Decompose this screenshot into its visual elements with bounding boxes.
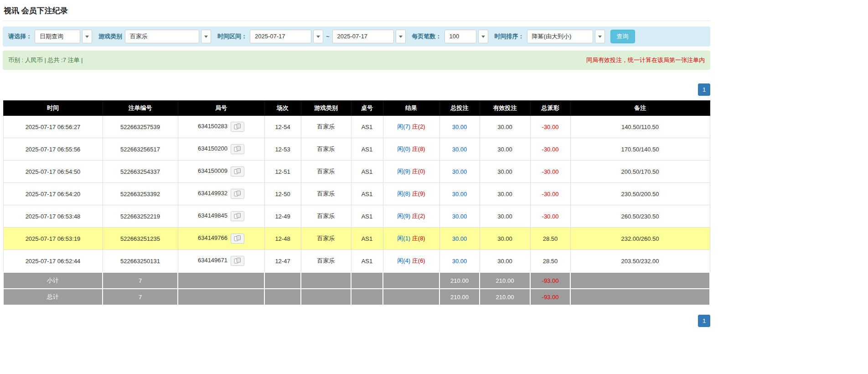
- table-row: 2025-07-17 06:56:27 522663257539 6341502…: [3, 116, 710, 138]
- cell-round-id: 634149932: [178, 183, 264, 205]
- total-bet-link[interactable]: 30.00: [452, 235, 467, 242]
- cell-bet-id: 522663251235: [103, 228, 178, 250]
- view-cards-button[interactable]: [231, 234, 244, 244]
- date-from-value[interactable]: 2025-07-17: [250, 30, 311, 43]
- chevron-down-icon[interactable]: [313, 30, 323, 43]
- total-bet-link[interactable]: 30.00: [452, 124, 467, 130]
- query-type-select[interactable]: 日期查询: [35, 30, 92, 43]
- result-player: 闲(7): [397, 123, 410, 130]
- table-row: 2025-07-17 06:53:19 522663251235 6341497…: [3, 228, 710, 250]
- time-sort-value[interactable]: 降冪(由大到小): [527, 30, 593, 43]
- total-total-bet: 210.00: [439, 289, 480, 305]
- page-1-button[interactable]: 1: [698, 315, 710, 327]
- chevron-down-icon[interactable]: [595, 30, 605, 43]
- cell-total-bet: 30.00: [439, 205, 480, 228]
- col-header-valid-bet: 有效投注: [480, 101, 530, 116]
- search-button[interactable]: 查询: [610, 30, 635, 43]
- view-cards-button[interactable]: [231, 211, 244, 221]
- cell-bet-id: 522663256517: [103, 138, 178, 161]
- date-from-select[interactable]: 2025-07-17: [250, 30, 323, 43]
- round-id-value: 634150009: [198, 167, 227, 174]
- result-banker: 庄(2): [412, 213, 425, 219]
- cell-total-bet: 30.00: [439, 183, 480, 205]
- valid-bet-notice: 同局有效投注，统一计算在该局第一张注单内: [586, 56, 705, 64]
- cell-game-type: 百家乐: [301, 250, 351, 273]
- cell-total-bet: 30.00: [439, 228, 480, 250]
- pagination-top: 1: [3, 83, 710, 96]
- table-header-row: 时间 注单编号 局号 场次 游戏类别 桌号 结果 总投注 有效投注 总派彩 备注: [3, 101, 710, 116]
- page-1-button[interactable]: 1: [698, 83, 710, 96]
- cell-table-no: AS1: [351, 116, 383, 138]
- time-sort-label: 时间排序：: [495, 32, 524, 41]
- view-cards-button[interactable]: [231, 144, 244, 154]
- cards-icon: [234, 168, 241, 174]
- table-row: 2025-07-17 06:52:44 522663250131 6341496…: [3, 250, 710, 273]
- round-id-value: 634149845: [198, 212, 227, 219]
- cell-remark: 232.00/260.50: [570, 228, 710, 250]
- game-type-select[interactable]: 百家乐: [125, 30, 211, 43]
- cell-result: 闲(4) 庄(6): [383, 250, 439, 273]
- table-body: 2025-07-17 06:56:27 522663257539 6341502…: [3, 116, 710, 273]
- time-sort-select[interactable]: 降冪(由大到小): [527, 30, 605, 43]
- col-header-table-no: 桌号: [351, 101, 383, 116]
- cards-icon: [234, 124, 241, 130]
- view-cards-button[interactable]: [231, 122, 244, 132]
- total-bet-link[interactable]: 30.00: [452, 213, 467, 220]
- view-cards-button[interactable]: [231, 166, 244, 177]
- cell-game-type: 百家乐: [301, 205, 351, 228]
- total-row: 总计 7 210.00 210.00 -93.00: [3, 289, 710, 305]
- query-type-value[interactable]: 日期查询: [35, 30, 80, 43]
- page-container: 视讯 会员下注纪录 请选择： 日期查询 游戏类别 百家乐 时间区间： 2025-…: [0, 0, 710, 336]
- currency-summary: 币别 : 人民币 | 总共 :7 注单 |: [8, 56, 83, 64]
- total-bet-link[interactable]: 30.00: [452, 168, 467, 175]
- cell-total-bet: 30.00: [439, 116, 480, 138]
- page-size-select[interactable]: 100: [444, 30, 488, 43]
- result-banker: 庄(0): [412, 168, 425, 175]
- game-type-label: 游戏类别: [98, 32, 122, 41]
- result-player: 闲(9): [397, 168, 410, 175]
- cell-bet-id: 522663254337: [103, 161, 178, 183]
- col-header-time: 时间: [3, 101, 103, 116]
- page-size-value[interactable]: 100: [444, 30, 476, 43]
- cell-remark: 230.50/200.50: [570, 183, 710, 205]
- game-type-value[interactable]: 百家乐: [125, 30, 199, 43]
- total-bet-link[interactable]: 30.00: [452, 146, 467, 153]
- chevron-down-icon[interactable]: [478, 30, 488, 43]
- cell-payout: -30.00: [530, 138, 570, 161]
- total-payout: -93.00: [530, 289, 570, 305]
- result-banker: 庄(8): [412, 235, 425, 242]
- query-type-label: 请选择：: [8, 32, 32, 41]
- cards-icon: [234, 235, 241, 241]
- cell-time: 2025-07-17 06:52:44: [3, 250, 103, 273]
- date-to-select[interactable]: 2025-07-17: [332, 30, 406, 43]
- date-to-value[interactable]: 2025-07-17: [332, 30, 394, 43]
- cell-round-id: 634149766: [178, 228, 264, 250]
- chevron-down-icon[interactable]: [82, 30, 92, 43]
- chevron-down-icon[interactable]: [396, 30, 406, 43]
- subtotal-label: 小计: [3, 272, 103, 289]
- cell-remark: 200.50/170.50: [570, 161, 710, 183]
- round-id-value: 634150283: [198, 123, 227, 130]
- cell-total-bet: 30.00: [439, 138, 480, 161]
- view-cards-button[interactable]: [231, 256, 244, 266]
- col-header-session: 场次: [264, 101, 301, 116]
- subtotal-row: 小计 7 210.00 210.00 -93.00: [3, 272, 710, 289]
- cell-payout: -30.00: [530, 161, 570, 183]
- subtotal-payout: -93.00: [530, 272, 570, 289]
- total-count: 7: [103, 289, 178, 305]
- cell-payout: 28.50: [530, 250, 570, 273]
- cards-icon: [234, 213, 241, 219]
- cell-round-id: 634150009: [178, 161, 264, 183]
- result-banker: 庄(8): [412, 145, 425, 152]
- chevron-down-icon[interactable]: [201, 30, 211, 43]
- cell-table-no: AS1: [351, 161, 383, 183]
- cell-round-id: 634149671: [178, 250, 264, 273]
- total-bet-link[interactable]: 30.00: [452, 191, 467, 197]
- view-cards-button[interactable]: [231, 189, 244, 199]
- total-bet-link[interactable]: 30.00: [452, 258, 467, 265]
- bet-records-table: 时间 注单编号 局号 场次 游戏类别 桌号 结果 总投注 有效投注 总派彩 备注…: [3, 100, 710, 306]
- total-valid-bet: 210.00: [480, 289, 530, 305]
- cell-time: 2025-07-17 06:56:27: [3, 116, 103, 138]
- cell-session: 12-54: [264, 116, 301, 138]
- cell-session: 12-48: [264, 228, 301, 250]
